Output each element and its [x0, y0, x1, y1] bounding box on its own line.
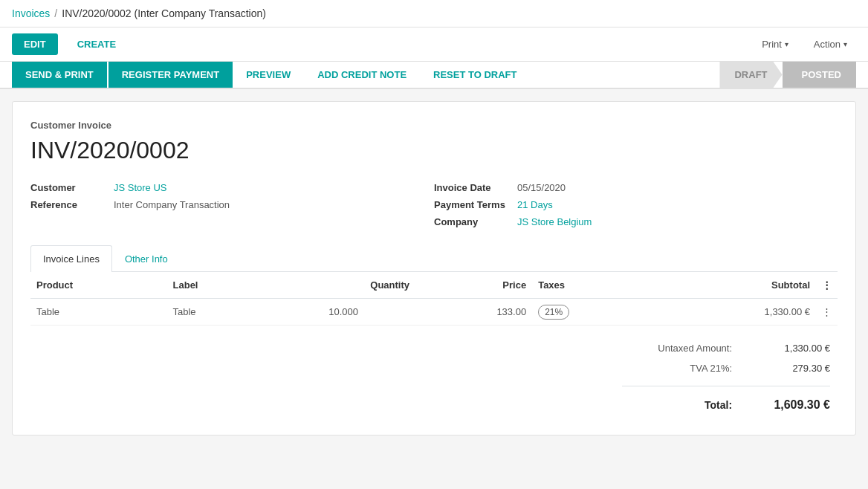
- action-button[interactable]: Action ▾: [805, 34, 856, 54]
- action-label: Action: [814, 39, 841, 50]
- invoice-type-label: Customer Invoice: [30, 120, 838, 131]
- breadcrumb-separator: /: [54, 7, 57, 19]
- secondary-toolbar: SEND & PRINT REGISTER PAYMENT PREVIEW AD…: [0, 62, 868, 89]
- print-label: Print: [762, 39, 782, 50]
- print-button[interactable]: Print ▾: [753, 34, 797, 54]
- edit-button[interactable]: EDIT: [12, 33, 58, 55]
- col-product: Product: [30, 272, 167, 299]
- breadcrumb: Invoices / INV/2020/0002 (Inter Company …: [12, 7, 266, 19]
- top-bar: Invoices / INV/2020/0002 (Inter Company …: [0, 0, 868, 27]
- untaxed-row: Untaxed Amount: 1,330.00 €: [616, 339, 836, 357]
- grand-total-row: Total: 1,609.30 €: [616, 395, 836, 415]
- create-button[interactable]: CREATE: [65, 33, 128, 55]
- table-header: Product Label Quantity Price Taxes Subto…: [30, 272, 838, 299]
- totals-table: Untaxed Amount: 1,330.00 € TVA 21%: 279.…: [615, 337, 838, 417]
- breadcrumb-current: INV/2020/0002 (Inter Company Transaction…: [62, 7, 266, 19]
- row-menu-icon[interactable]: ⋮: [816, 299, 838, 326]
- payment-terms-label: Payment Terms: [434, 199, 508, 210]
- reset-to-draft-button[interactable]: RESET TO DRAFT: [420, 62, 530, 88]
- customer-value[interactable]: JS Store US: [114, 182, 167, 193]
- customer-label: Customer: [30, 182, 105, 193]
- customer-row: Customer JS Store US: [30, 182, 434, 193]
- payment-terms-row: Payment Terms 21 Days: [434, 199, 838, 210]
- reference-row: Reference Inter Company Transaction: [30, 199, 434, 210]
- total-label: Total:: [616, 395, 738, 415]
- meta-left: Customer JS Store US Reference Inter Com…: [30, 182, 434, 227]
- register-payment-button[interactable]: REGISTER PAYMENT: [108, 62, 233, 88]
- company-row: Company JS Store Belgium: [434, 216, 838, 227]
- invoice-card: Customer Invoice INV/2020/0002 Customer …: [12, 101, 856, 435]
- row-quantity: 10.000: [271, 299, 415, 326]
- tax-badge: 21%: [538, 305, 569, 320]
- invoice-date-value: 05/15/2020: [517, 182, 566, 193]
- print-dropdown-icon: ▾: [785, 40, 788, 48]
- tva-row: TVA 21%: 279.30 €: [616, 359, 836, 378]
- invoice-meta: Customer JS Store US Reference Inter Com…: [30, 182, 838, 227]
- main-content: Customer Invoice INV/2020/0002 Customer …: [0, 89, 868, 447]
- row-label: Table: [167, 299, 272, 326]
- col-price: Price: [415, 272, 532, 299]
- row-product: Table: [30, 299, 167, 326]
- add-credit-note-button[interactable]: ADD CREDIT NOTE: [304, 62, 420, 88]
- meta-right: Invoice Date 05/15/2020 Payment Terms 21…: [434, 182, 838, 227]
- tva-value: 279.30 €: [739, 359, 836, 378]
- breadcrumb-parent[interactable]: Invoices: [12, 7, 50, 19]
- row-taxes: 21%: [532, 299, 654, 326]
- invoice-number: INV/2020/0002: [30, 137, 838, 164]
- payment-terms-value[interactable]: 21 Days: [517, 199, 553, 210]
- send-print-button[interactable]: SEND & PRINT: [12, 62, 107, 88]
- preview-button[interactable]: PREVIEW: [233, 62, 304, 88]
- status-bar: DRAFT POSTED: [719, 62, 856, 88]
- col-taxes: Taxes: [532, 272, 654, 299]
- tab-other-info[interactable]: Other Info: [112, 245, 181, 272]
- untaxed-label: Untaxed Amount:: [616, 339, 738, 357]
- status-posted: POSTED: [783, 62, 856, 88]
- row-subtotal: 1,330.00 €: [654, 299, 816, 326]
- tab-invoice-lines[interactable]: Invoice Lines: [30, 245, 112, 272]
- row-price: 133.00: [415, 299, 532, 326]
- col-menu: ⋮: [816, 272, 838, 299]
- invoice-table: Product Label Quantity Price Taxes Subto…: [30, 272, 838, 326]
- totals-section: Untaxed Amount: 1,330.00 € TVA 21%: 279.…: [30, 337, 838, 417]
- company-label: Company: [434, 216, 508, 227]
- table-body: Table Table 10.000 133.00 21% 1,330.00 €…: [30, 299, 838, 326]
- tva-label: TVA 21%:: [616, 359, 738, 378]
- reference-value: Inter Company Transaction: [114, 199, 230, 210]
- col-label: Label: [167, 272, 272, 299]
- total-value: 1,609.30 €: [739, 395, 836, 415]
- table-row[interactable]: Table Table 10.000 133.00 21% 1,330.00 €…: [30, 299, 838, 326]
- col-quantity: Quantity: [271, 272, 415, 299]
- status-draft: DRAFT: [719, 62, 782, 88]
- action-dropdown-icon: ▾: [843, 40, 847, 48]
- invoice-date-label: Invoice Date: [434, 182, 508, 193]
- reference-label: Reference: [30, 199, 105, 210]
- company-value[interactable]: JS Store Belgium: [517, 216, 592, 227]
- col-subtotal: Subtotal: [654, 272, 816, 299]
- tabs: Invoice Lines Other Info: [30, 245, 838, 272]
- invoice-date-row: Invoice Date 05/15/2020: [434, 182, 838, 193]
- untaxed-value: 1,330.00 €: [739, 339, 836, 357]
- table-area: Product Label Quantity Price Taxes Subto…: [30, 272, 838, 326]
- action-bar: EDIT CREATE Print ▾ Action ▾: [0, 27, 868, 62]
